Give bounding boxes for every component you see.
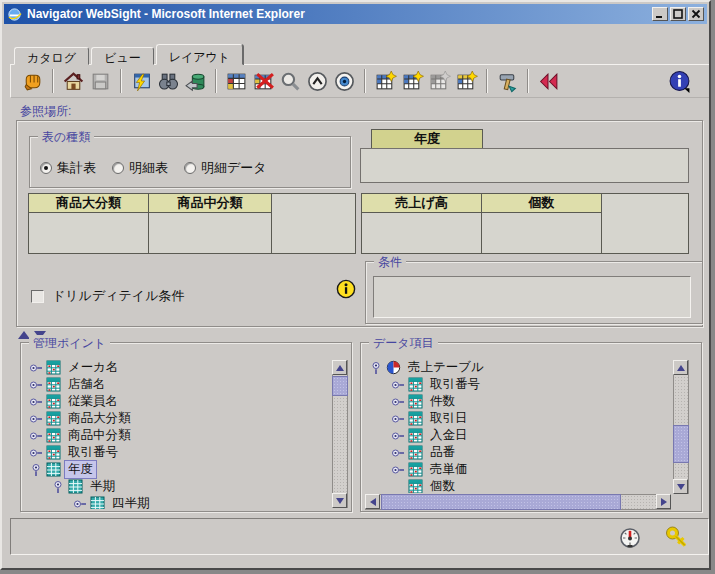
split-divider[interactable] [10, 329, 709, 341]
new-view-button-4[interactable] [453, 68, 480, 95]
left-tree-vertical-scrollbar[interactable] [332, 360, 348, 508]
crosstab-button[interactable] [223, 68, 250, 95]
collapsed-handle-icon[interactable] [391, 446, 405, 460]
collapsed-handle-icon[interactable] [391, 463, 405, 477]
tree-item[interactable]: 個数 [369, 478, 665, 493]
toolbar-separator [364, 69, 366, 93]
scrollbar-thumb[interactable] [381, 494, 621, 510]
expanded-handle-icon[interactable] [29, 463, 43, 477]
scroll-right-button[interactable] [656, 494, 671, 509]
tree-item[interactable]: 取引番号 [369, 376, 665, 393]
tree-item[interactable]: 取引日 [369, 410, 665, 427]
collapsed-handle-icon[interactable] [391, 395, 405, 409]
scrollbar-thumb[interactable] [673, 425, 689, 463]
collapsed-handle-icon[interactable] [29, 412, 43, 426]
tree-item[interactable]: 商品中分類 [29, 427, 329, 444]
row-dimension-table[interactable]: 商品大分類 商品中分類 [28, 193, 356, 254]
scroll-left-button[interactable] [365, 494, 380, 509]
import-button[interactable] [182, 68, 209, 95]
table-type-title: 表の種類 [38, 129, 94, 146]
collapsed-handle-icon[interactable] [73, 497, 87, 510]
tree-item-label[interactable]: 四半期 [108, 494, 154, 509]
tree-item-label[interactable]: 個数 [426, 477, 459, 493]
condition-input[interactable] [373, 276, 691, 318]
radio-label: 明細データ [201, 159, 267, 177]
drill-detail-checkbox[interactable] [31, 290, 44, 303]
row-header-cell[interactable]: 商品大分類 [29, 194, 148, 213]
tree-item[interactable]: 入金日 [369, 427, 665, 444]
info-button[interactable] [666, 68, 693, 95]
measure-header-cell[interactable]: 個数 [482, 194, 601, 213]
gauge-button[interactable] [618, 527, 641, 550]
scrollbar-thumb[interactable] [332, 376, 348, 396]
delete-crosstab-button[interactable] [250, 68, 277, 95]
run-button[interactable] [128, 68, 155, 95]
collapsed-handle-icon[interactable] [391, 378, 405, 392]
tree-item[interactable]: 売上テーブル [369, 359, 665, 376]
tab-view[interactable]: ビュー [91, 47, 154, 65]
collapsed-handle-icon[interactable] [29, 446, 43, 460]
home-button[interactable] [60, 68, 87, 95]
title-bar[interactable]: Navigator WebSight - Microsoft Internet … [4, 4, 707, 24]
collapse-button[interactable] [304, 68, 331, 95]
collapsed-handle-icon[interactable] [29, 378, 43, 392]
expanded-handle-icon[interactable] [369, 361, 383, 375]
tree-item[interactable]: 従業員名 [29, 393, 329, 410]
new-view-button-1[interactable] [372, 68, 399, 95]
save-button[interactable] [87, 68, 114, 95]
undo-button[interactable] [535, 68, 562, 95]
tree-item[interactable]: 商品大分類 [29, 410, 329, 427]
key-button[interactable] [664, 525, 689, 550]
focus-button[interactable] [331, 68, 358, 95]
collapse-circle-icon [306, 70, 329, 93]
column-dimension-cell[interactable]: 年度 [371, 129, 483, 149]
tree-item[interactable]: 店舗名 [29, 376, 329, 393]
tab-layout[interactable]: レイアウト [156, 44, 243, 65]
zoom-button[interactable] [277, 68, 304, 95]
scroll-down-button[interactable] [332, 493, 347, 508]
import-drum-icon [184, 70, 207, 93]
dimension-table-icon [46, 411, 61, 426]
radio-detail-data[interactable]: 明細データ [184, 159, 267, 177]
find-button[interactable] [155, 68, 182, 95]
data-items-title: データ項目 [369, 335, 438, 352]
tree-item[interactable]: 半期 [29, 478, 329, 495]
measure-table[interactable]: 売上げ高 個数 [361, 193, 689, 254]
collapsed-handle-icon[interactable] [391, 429, 405, 443]
minimize-button[interactable] [652, 7, 668, 21]
table-body-cell [149, 213, 271, 253]
new-view-button-3[interactable] [426, 68, 453, 95]
tree-item[interactable]: 取引番号 [29, 444, 329, 461]
layout-editor-panel: 表の種類 集計表 明細表 明細データ 年度 商品大分類 商品中分類 売上げ高 個… [16, 120, 703, 327]
row-header-cell[interactable]: 商品中分類 [149, 194, 271, 213]
toolbar-separator [120, 69, 122, 93]
scroll-down-button[interactable] [673, 479, 688, 494]
maximize-button[interactable] [670, 7, 686, 21]
expanded-handle-icon[interactable] [51, 480, 65, 494]
collapsed-handle-icon[interactable] [29, 361, 43, 375]
radio-detail-table[interactable]: 明細表 [112, 159, 168, 177]
scroll-up-button[interactable] [673, 360, 688, 375]
radio-summary-table[interactable]: 集計表 [40, 159, 96, 177]
tree-item[interactable]: 売単価 [369, 461, 665, 478]
column-area[interactable] [360, 148, 689, 183]
drill-info-button[interactable] [335, 279, 356, 300]
new-view-button-2[interactable] [399, 68, 426, 95]
tree-item[interactable]: メーカ名 [29, 359, 329, 376]
management-points-tree: メーカ名 店舗名 従業員名 商品大分類 商品中分類 取引番号 年度 半期 四半期 [29, 359, 329, 509]
right-tree-vertical-scrollbar[interactable] [673, 360, 689, 494]
hand-button[interactable] [19, 68, 46, 95]
tree-item[interactable]: 年度 [29, 461, 329, 478]
tree-item[interactable]: 件数 [369, 393, 665, 410]
tree-item[interactable]: 品番 [369, 444, 665, 461]
collapsed-handle-icon[interactable] [391, 412, 405, 426]
right-tree-horizontal-scrollbar[interactable] [365, 494, 671, 510]
tree-item[interactable]: 四半期 [29, 495, 329, 509]
collapsed-handle-icon[interactable] [29, 395, 43, 409]
tab-catalog[interactable]: カタログ [14, 47, 89, 65]
close-button[interactable] [688, 7, 704, 21]
measure-header-cell[interactable]: 売上げ高 [362, 194, 481, 213]
build-button[interactable] [494, 68, 521, 95]
collapsed-handle-icon[interactable] [29, 429, 43, 443]
scroll-up-button[interactable] [332, 360, 347, 375]
